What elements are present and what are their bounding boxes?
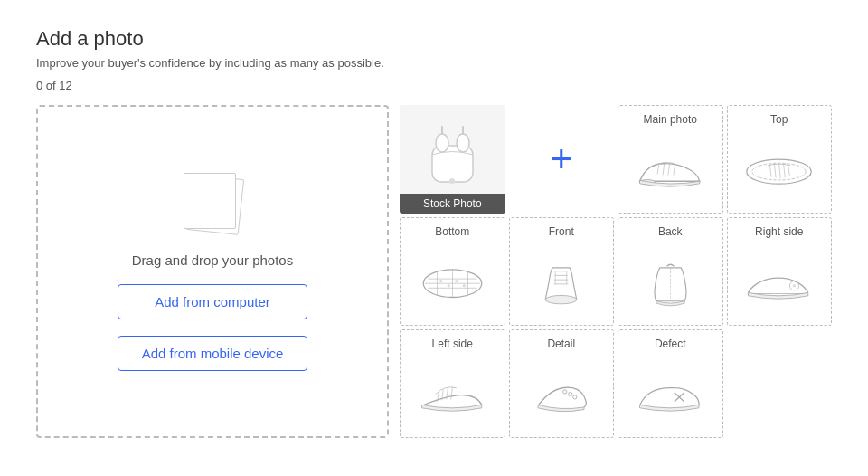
svg-point-1 [436,134,448,152]
drop-zone-icon [176,173,249,236]
svg-point-23 [455,279,458,281]
drop-zone[interactable]: Drag and drop your photos Add from compu… [36,105,389,438]
back-icon [632,243,709,319]
right-side-cell[interactable]: Right side [727,217,833,326]
back-cell[interactable]: Back [618,217,723,326]
svg-point-22 [447,284,449,287]
shoe-back-icon [632,257,709,307]
bottom-cell[interactable]: Bottom [400,217,505,326]
detail-icon [523,356,599,432]
top-icon [741,131,817,207]
main-photo-icon [632,131,709,207]
add-from-computer-button[interactable]: Add from computer [118,284,307,319]
svg-point-34 [793,284,796,287]
add-photo-plus-cell[interactable]: + [509,105,615,214]
shoe-top-icon [741,145,817,195]
paper-front [184,173,236,229]
top-cell[interactable]: Top [727,105,833,214]
shoe-left-icon [414,369,491,419]
defect-cell[interactable]: Defect [618,329,723,438]
shoe-detail-icon [523,369,599,419]
left-side-icon [414,356,491,432]
page-subtitle: Improve your buyer's confidence by inclu… [36,56,832,70]
defect-label: Defect [655,338,686,350]
top-label: Top [770,113,788,126]
defect-icon [632,356,709,432]
main-photo-cell[interactable]: Main photo [618,105,723,214]
front-label: Front [549,225,574,238]
right-side-label: Right side [755,225,803,238]
left-side-label: Left side [432,338,473,350]
shoe-front-icon [523,257,599,307]
main-area: Drag and drop your photos Add from compu… [36,105,832,438]
shoe-right-icon [741,257,817,307]
page-title: Add a photo [36,27,832,51]
add-from-mobile-button[interactable]: Add from mobile device [118,336,307,371]
front-icon [523,243,599,319]
right-side-icon [741,243,817,319]
bottom-label: Bottom [435,225,469,238]
detail-cell[interactable]: Detail [509,329,615,438]
drop-zone-text: Drag and drop your photos [132,252,293,268]
main-photo-label: Main photo [644,113,697,126]
plus-icon: + [550,138,572,181]
detail-label: Detail [547,338,575,350]
front-cell[interactable]: Front [509,217,615,326]
shoe-side-icon [632,145,709,195]
svg-point-25 [545,295,577,303]
svg-point-3 [457,134,469,152]
svg-point-5 [449,178,455,184]
svg-point-24 [462,284,465,287]
airpods-icon [414,123,491,195]
stock-photo-cell[interactable]: Stock Photo [400,105,505,214]
shoe-defect-icon [632,369,709,419]
back-label: Back [658,225,683,238]
svg-point-21 [439,279,442,281]
stock-label: Stock Photo [400,194,505,214]
photo-grid: Stock Photo + Main photo Top [400,105,832,438]
shoe-bottom-icon [414,257,491,307]
bottom-icon [414,243,491,319]
photo-count: 0 of 12 [36,79,832,92]
left-side-cell[interactable]: Left side [400,329,505,438]
